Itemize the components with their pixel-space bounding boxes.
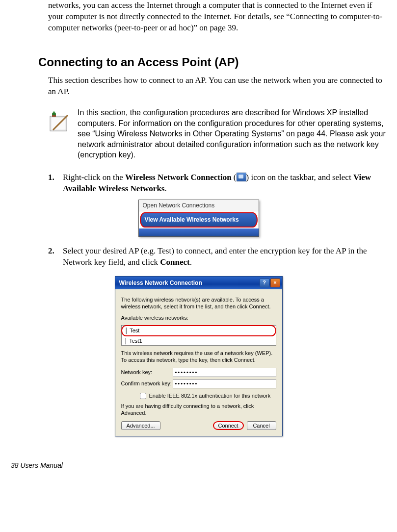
network-key-field: Network key: bbox=[121, 368, 276, 377]
step-text: Right-click on the bbox=[63, 173, 125, 182]
svg-rect-3 bbox=[52, 115, 56, 117]
network-key-label: Network key: bbox=[121, 369, 173, 376]
taskbar-tray bbox=[139, 228, 259, 236]
network-item-test[interactable]: │ Test bbox=[121, 325, 276, 336]
step-text: ( bbox=[232, 173, 237, 182]
step-text: Select your desired AP (e.g. Test) to co… bbox=[63, 246, 367, 267]
ieee-checkbox-label: Enable IEEE 802.1x authentication for th… bbox=[149, 392, 271, 400]
note-block: In this section, the configuration proce… bbox=[48, 107, 387, 160]
menu-item-open-connections[interactable]: Open Network Connections bbox=[139, 200, 259, 211]
ieee-checkbox[interactable] bbox=[140, 393, 146, 399]
dialog-title: Wireless Network Connection bbox=[119, 279, 202, 287]
step-number: 2. bbox=[48, 246, 63, 268]
note-icon bbox=[48, 109, 71, 136]
menu-item-view-networks[interactable]: View Available Wireless Networks bbox=[140, 212, 258, 228]
network-key-input[interactable] bbox=[173, 368, 276, 377]
step-1: 1. Right-click on the Wireless Network C… bbox=[48, 172, 387, 195]
step-number: 1. bbox=[48, 172, 63, 195]
step-body: Right-click on the Wireless Network Conn… bbox=[63, 172, 387, 195]
step-bold: Wireless Network Connection bbox=[125, 173, 232, 182]
confirm-key-input[interactable] bbox=[173, 379, 276, 388]
step-body: Select your desired AP (e.g. Test) to co… bbox=[63, 246, 387, 268]
step-bold: Connect bbox=[160, 257, 189, 267]
section-intro: This section describes how to connect to… bbox=[48, 75, 387, 98]
wireless-dialog: Wireless Network Connection ? × The foll… bbox=[115, 276, 283, 436]
section-heading: Connecting to an Access Point (AP) bbox=[38, 54, 387, 70]
cancel-button[interactable]: Cancel bbox=[247, 421, 276, 430]
step-text: . bbox=[164, 184, 166, 193]
help-button[interactable]: ? bbox=[260, 279, 269, 287]
wireless-connection-icon bbox=[237, 173, 246, 181]
dialog-desc: The following wireless network(s) are av… bbox=[121, 296, 276, 310]
network-item-test1[interactable]: │ Test1 bbox=[122, 336, 276, 346]
network-listbox[interactable]: │ Test │ Test1 bbox=[121, 325, 276, 346]
confirm-key-label: Confirm network key: bbox=[121, 380, 173, 387]
advanced-button[interactable]: Advanced... bbox=[121, 421, 160, 430]
list-label: Available wireless networks: bbox=[121, 314, 276, 321]
dialog-desc3: If you are having difficulty connecting … bbox=[121, 403, 276, 417]
dialog-titlebar: Wireless Network Connection ? × bbox=[115, 277, 282, 289]
dialog-desc2: This wireless network requires the use o… bbox=[121, 350, 276, 364]
note-text: In this section, the configuration proce… bbox=[78, 107, 387, 160]
confirm-key-field: Confirm network key: bbox=[121, 379, 276, 388]
context-menu-figure: Open Network Connections View Available … bbox=[138, 200, 259, 237]
connect-button[interactable]: Connect bbox=[213, 421, 244, 430]
intro-paragraph: networks, you can access the Internet th… bbox=[48, 0, 387, 34]
step-text: . bbox=[190, 257, 192, 267]
page-footer: 38 Users Manual bbox=[10, 461, 387, 470]
step-text: ) icon on the taskbar, and select bbox=[246, 173, 353, 182]
ieee-checkbox-row: Enable IEEE 802.1x authentication for th… bbox=[138, 391, 276, 401]
step-2: 2. Select your desired AP (e.g. Test) to… bbox=[48, 246, 387, 268]
close-button[interactable]: × bbox=[270, 279, 280, 287]
